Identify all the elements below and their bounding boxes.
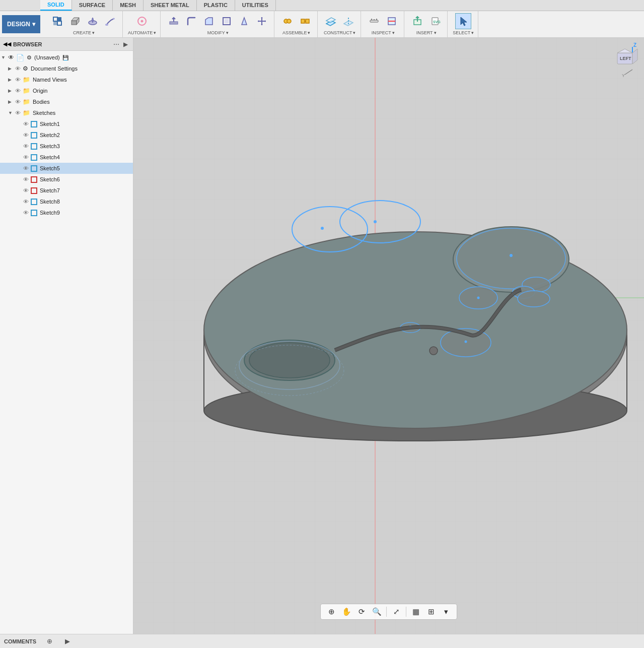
tab-surface[interactable]: SURFACE [72, 0, 113, 11]
sketch9-label: Sketch9 [40, 210, 60, 216]
grid-icon[interactable]: ⊞ [424, 605, 438, 618]
viewport[interactable]: Z Y LEFT [133, 38, 644, 634]
tree-sketch7[interactable]: 👁 Sketch7 [0, 185, 133, 196]
sketch4-label: Sketch4 [40, 154, 60, 160]
select-icon[interactable] [455, 13, 471, 29]
browser-collapse-icon[interactable]: ◀◀ [3, 41, 11, 47]
automate-icon[interactable] [134, 13, 150, 29]
select-group: SELECT ▾ [449, 11, 478, 37]
tree-sketch3[interactable]: 👁 Sketch3 [0, 141, 133, 152]
tree-origin[interactable]: ▶ 👁 📁 Origin [0, 85, 133, 96]
draft-icon[interactable] [236, 13, 252, 29]
insert-mesh-icon[interactable] [409, 13, 425, 29]
zoom-window-icon[interactable]: 🔍 [370, 605, 383, 618]
sketch2-eye-icon[interactable]: 👁 [23, 132, 29, 138]
sketch6-eye-icon[interactable]: 👁 [23, 176, 29, 182]
sketch9-eye-icon[interactable]: 👁 [23, 210, 29, 216]
section-analysis-icon[interactable] [384, 13, 400, 29]
named-views-eye-icon[interactable]: 👁 [15, 77, 21, 83]
move-icon[interactable] [254, 13, 270, 29]
pan-icon[interactable]: ✋ [340, 605, 353, 618]
tree-sketch6[interactable]: 👁 Sketch6 [0, 174, 133, 185]
origin-eye-icon[interactable]: 👁 [15, 88, 21, 94]
press-pull-icon[interactable] [166, 13, 182, 29]
svg-point-9 [113, 18, 115, 19]
visual-style-dropdown-icon[interactable]: ▾ [440, 605, 453, 618]
sketch1-eye-icon[interactable]: 👁 [23, 121, 29, 127]
snap-cursor-icon[interactable]: ⊕ [325, 605, 338, 618]
offset-plane-icon[interactable] [323, 13, 339, 29]
tree-sketches[interactable]: ▼ 👁 📁 Sketches [0, 107, 133, 118]
display-mode-icon[interactable]: ▦ [409, 605, 422, 618]
doc-settings-eye-icon[interactable]: 👁 [15, 66, 21, 72]
tree-bodies[interactable]: ▶ 👁 📁 Bodies [0, 96, 133, 107]
shell-icon[interactable] [219, 13, 235, 29]
root-save-icon[interactable]: 💾 [62, 55, 68, 60]
browser-expand-icon[interactable]: ▶ [121, 40, 130, 49]
assemble-dropdown: ▾ [308, 30, 310, 35]
browser-options-icon[interactable]: ⋯ [112, 40, 121, 49]
joint-icon[interactable] [279, 13, 296, 29]
comments-expand-icon[interactable]: ▶ [62, 636, 73, 646]
svg-point-64 [477, 297, 480, 299]
svg-point-58 [457, 228, 565, 289]
measure-icon[interactable] [366, 13, 382, 29]
construct-label[interactable]: CONSTRUCT ▾ [324, 30, 356, 35]
modify-label[interactable]: MODIFY ▾ [207, 30, 229, 35]
main-area: ◀◀ BROWSER ⋯ ▶ ▼ 👁 📄 ⚙ (Unsaved) 💾 ▶ 👁 ⚙… [0, 38, 644, 634]
orbit-icon[interactable]: ⟳ [355, 605, 368, 618]
tree-sketch5[interactable]: 👁 Sketch5 [0, 163, 133, 174]
insert-label[interactable]: INSERT ▾ [416, 30, 437, 35]
automate-dropdown: ▾ [154, 30, 156, 35]
insert-svg-icon[interactable]: SVG [427, 13, 443, 29]
svg-point-51 [249, 343, 330, 378]
extrude-icon[interactable] [67, 13, 83, 29]
svg-rect-4 [71, 21, 77, 25]
bodies-eye-icon[interactable]: 👁 [15, 99, 21, 105]
tree-root[interactable]: ▼ 👁 📄 ⚙ (Unsaved) 💾 [0, 52, 133, 63]
chamfer-icon[interactable] [201, 13, 217, 29]
tree-named-views[interactable]: ▶ 👁 📁 Named Views [0, 74, 133, 85]
tab-sheet-metal[interactable]: SHEET METAL [144, 0, 197, 11]
vb-separator2 [406, 607, 406, 617]
tab-mesh[interactable]: MESH [113, 0, 144, 11]
zoom-extents-icon[interactable]: ⤢ [390, 605, 403, 618]
tab-solid[interactable]: SOLID [40, 0, 72, 11]
rigid-group-icon[interactable] [297, 13, 313, 29]
tree-sketch8[interactable]: 👁 Sketch8 [0, 196, 133, 207]
design-button[interactable]: DESIGN ▾ [2, 15, 40, 33]
assemble-label[interactable]: ASSEMBLE ▾ [282, 30, 311, 35]
fillet-icon[interactable] [183, 13, 199, 29]
create-label[interactable]: CREATE ▾ [73, 30, 95, 35]
tab-utilities[interactable]: UTILITIES [235, 0, 276, 11]
sketch5-eye-icon[interactable]: 👁 [23, 165, 29, 171]
svg-rect-25 [370, 20, 378, 22]
tree-sketch4[interactable]: 👁 Sketch4 [0, 152, 133, 163]
new-component-icon[interactable] [49, 13, 65, 29]
bodies-arrow: ▶ [8, 99, 13, 104]
tab-plastic[interactable]: PLASTIC [197, 0, 235, 11]
sketch3-label: Sketch3 [40, 143, 60, 149]
bodies-label: Bodies [33, 99, 50, 105]
toolbar: SOLID SURFACE MESH SHEET METAL PLASTIC U… [0, 0, 644, 38]
inspect-label[interactable]: INSPECT ▾ [372, 30, 395, 35]
sketch8-eye-icon[interactable]: 👁 [23, 199, 29, 205]
origin-label: Origin [33, 88, 47, 94]
tree-sketch9[interactable]: 👁 Sketch9 [0, 207, 133, 218]
automate-label[interactable]: AUTOMATE ▾ [128, 30, 156, 35]
tree-doc-settings[interactable]: ▶ 👁 ⚙ Document Settings [0, 63, 133, 74]
revolve-icon[interactable] [85, 13, 101, 29]
sketches-eye-icon[interactable]: 👁 [15, 110, 21, 116]
tree-sketch2[interactable]: 👁 Sketch2 [0, 129, 133, 141]
tree-sketch1[interactable]: 👁 Sketch1 [0, 118, 133, 129]
root-eye-icon[interactable]: 👁 [8, 54, 14, 61]
sketch3-eye-icon[interactable]: 👁 [23, 143, 29, 149]
svg-point-55 [374, 220, 377, 223]
sketch4-eye-icon[interactable]: 👁 [23, 154, 29, 160]
midplane-icon[interactable] [340, 13, 356, 29]
sweep-icon[interactable] [102, 13, 118, 29]
select-label[interactable]: SELECT ▾ [453, 30, 474, 35]
sketch7-eye-icon[interactable]: 👁 [23, 187, 29, 193]
comments-add-icon[interactable]: ⊕ [44, 636, 54, 646]
browser-title: BROWSER [13, 41, 112, 47]
